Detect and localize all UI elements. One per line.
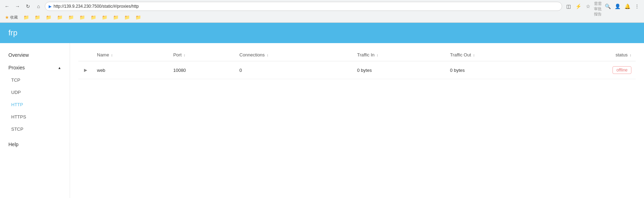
sort-icon-status: ↕: [630, 53, 631, 57]
bookmark-7[interactable]: 📁: [89, 14, 98, 21]
bookmark-5[interactable]: 📁: [66, 14, 76, 21]
star-button[interactable]: ☆: [584, 2, 592, 11]
th-expand: [78, 49, 93, 61]
app-header: frp: [0, 23, 644, 43]
url-text: http://139.9.234.230:7500/static/#/proxi…: [54, 4, 139, 9]
notifications-button[interactable]: 🔔: [623, 2, 631, 11]
proxies-table: Name ↕ Port ↕ Connections ↕ Traffic In ↕: [78, 49, 636, 79]
bookmarks-folder-icon: ★: [5, 15, 9, 20]
app-layout: Overview Proxies ▲ TCP UDP HTTP HTTPS ST…: [0, 43, 644, 198]
th-traffic-out[interactable]: Traffic Out ↕: [446, 49, 550, 61]
bookmark-11[interactable]: 📁: [133, 14, 143, 21]
main-content: Name ↕ Port ↕ Connections ↕ Traffic In ↕: [70, 43, 644, 198]
bookmark-3[interactable]: 📁: [44, 14, 54, 21]
bookmark-1[interactable]: 📁: [21, 14, 31, 21]
sidebar-section-proxies[interactable]: Proxies ▲: [0, 61, 70, 74]
th-traffic-in[interactable]: Traffic In ↕: [353, 49, 446, 61]
table-row: ▶ web 10080 0 0 bytes 0 bytes offline: [78, 61, 636, 79]
browser-chrome: ← → ↻ ⌂ ▶ http://139.9.234.230:7500/stat…: [0, 0, 644, 23]
profile-button[interactable]: 👤: [613, 2, 622, 11]
bookmarks-label[interactable]: ★ 收藏: [3, 14, 20, 21]
bookmark-10[interactable]: 📁: [122, 14, 132, 21]
search-button[interactable]: 🔍: [603, 2, 612, 11]
app-title: frp: [8, 28, 18, 37]
row-name: web: [93, 61, 169, 79]
sidebar: Overview Proxies ▲ TCP UDP HTTP HTTPS ST…: [0, 43, 70, 198]
forward-button[interactable]: →: [13, 2, 22, 11]
sort-icon-traffic-in: ↕: [377, 53, 378, 57]
address-bar[interactable]: ▶ http://139.9.234.230:7500/static/#/pro…: [45, 2, 562, 11]
lightning-button[interactable]: ⚡: [574, 2, 582, 11]
folder-icon-4: 📁: [57, 15, 63, 20]
th-connections[interactable]: Connections ↕: [235, 49, 353, 61]
translate-button[interactable]: 天津需需审批报告: [594, 2, 602, 11]
menu-button[interactable]: ⋮: [633, 2, 641, 11]
folder-icon-6: 📁: [79, 15, 85, 20]
folder-icon-8: 📁: [102, 15, 107, 20]
bookmark-9[interactable]: 📁: [111, 14, 121, 21]
bookmark-6[interactable]: 📁: [77, 14, 87, 21]
table-header-row: Name ↕ Port ↕ Connections ↕ Traffic In ↕: [78, 49, 636, 61]
bookmark-4[interactable]: 📁: [55, 14, 65, 21]
sort-icon-port: ↕: [183, 53, 185, 57]
sort-icon-traffic-out: ↕: [473, 53, 475, 57]
status-badge: offline: [612, 66, 631, 74]
sidebar-item-stcp[interactable]: STCP: [0, 123, 70, 135]
folder-icon-2: 📁: [35, 15, 40, 20]
row-expand-cell: ▶: [78, 61, 93, 79]
folder-icon-7: 📁: [91, 15, 96, 20]
bookmarks-text: 收藏: [10, 15, 18, 20]
folder-icon-11: 📁: [135, 15, 141, 20]
browser-toolbar: ← → ↻ ⌂ ▶ http://139.9.234.230:7500/stat…: [0, 0, 644, 13]
folder-icon-1: 📁: [23, 15, 29, 20]
sort-icon-name: ↕: [111, 53, 113, 57]
folder-icon-5: 📁: [68, 15, 74, 20]
row-status: offline: [550, 61, 636, 79]
folder-icon-9: 📁: [113, 15, 119, 20]
folder-icon-10: 📁: [124, 15, 130, 20]
sidebar-item-https[interactable]: HTTPS: [0, 111, 70, 123]
sidebar-item-http[interactable]: HTTP: [0, 98, 70, 111]
back-button[interactable]: ←: [3, 2, 11, 11]
extensions-button[interactable]: ◫: [564, 2, 573, 11]
browser-actions: ◫ ⚡ ☆ 天津需需审批报告 🔍 👤 🔔 ⋮: [564, 2, 641, 11]
row-expand-button[interactable]: ▶: [83, 67, 89, 73]
sidebar-item-udp[interactable]: UDP: [0, 86, 70, 98]
th-status[interactable]: status ↕: [550, 49, 636, 61]
row-traffic-out: 0 bytes: [446, 61, 550, 79]
th-port[interactable]: Port ↕: [169, 49, 235, 61]
bookmark-2[interactable]: 📁: [33, 14, 42, 21]
bookmark-8[interactable]: 📁: [100, 14, 110, 21]
sidebar-item-tcp[interactable]: TCP: [0, 74, 70, 86]
row-port: 10080: [169, 61, 235, 79]
sort-icon-connections: ↕: [267, 53, 268, 57]
sidebar-item-overview[interactable]: Overview: [0, 49, 70, 61]
reload-button[interactable]: ↻: [24, 2, 32, 11]
row-traffic-in: 0 bytes: [353, 61, 446, 79]
security-icon: ▶: [49, 4, 51, 9]
home-button[interactable]: ⌂: [34, 2, 43, 11]
folder-icon-3: 📁: [46, 15, 51, 20]
chevron-up-icon: ▲: [58, 66, 61, 70]
th-name[interactable]: Name ↕: [93, 49, 169, 61]
sidebar-item-help[interactable]: Help: [0, 138, 70, 151]
bookmarks-bar: ★ 收藏 📁 📁 📁 📁 📁 📁 📁 📁 📁 📁: [0, 13, 644, 22]
row-connections: 0: [235, 61, 353, 79]
